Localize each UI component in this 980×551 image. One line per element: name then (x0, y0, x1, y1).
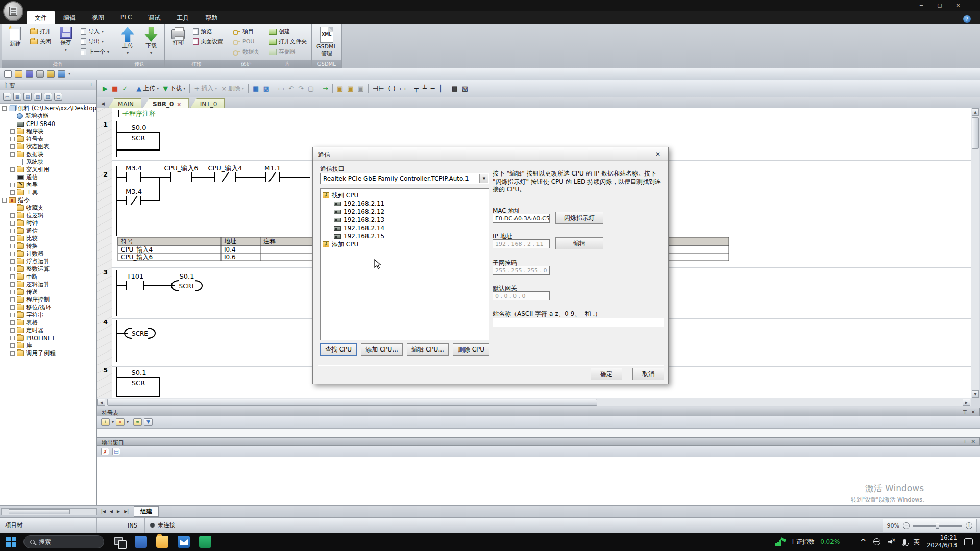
open-button[interactable]: 打开 (29, 27, 53, 36)
gsdml-manage-button[interactable]: XMLGSDML 管理 (314, 26, 339, 60)
tree-item[interactable]: 新增功能 (0, 112, 96, 120)
tree-item[interactable]: 交叉引用 (0, 166, 96, 173)
quickbar-more-button[interactable]: ▾ (68, 71, 70, 76)
new-button[interactable]: 新建 (4, 26, 27, 60)
compile-button[interactable]: ✓ (120, 83, 129, 94)
tree-item[interactable]: 时钟 (0, 219, 96, 227)
previous-button[interactable]: 上一个▾ (79, 47, 111, 56)
menu-item[interactable]: 工具 (168, 11, 197, 24)
tree-item[interactable]: 转换 (0, 242, 96, 250)
tree-expander[interactable] (10, 144, 15, 149)
build-tab[interactable]: 组建 (134, 506, 159, 517)
cpu-list-item[interactable]: 192.168.2.14 (323, 224, 487, 232)
prev-tab-button[interactable]: ◀ (108, 508, 115, 515)
tree-item[interactable]: 定时器 (0, 327, 96, 334)
editor-tab[interactable]: SBR_0× (143, 98, 189, 108)
upload-button-ribbon[interactable]: 上传▾ (116, 26, 139, 60)
pin-icon[interactable]: ⊤ (963, 409, 967, 415)
zoom-out-icon[interactable]: − (903, 522, 910, 529)
tray-expand-icon[interactable]: ^ (860, 538, 866, 546)
toolbar-button[interactable] (447, 84, 447, 93)
tree-expander[interactable] (10, 213, 15, 218)
tree-expander[interactable] (10, 351, 15, 356)
tree-expander[interactable] (10, 252, 15, 256)
tree-item[interactable]: 通信 (0, 227, 96, 235)
delete-cpu-button[interactable]: 删除 CPU (453, 343, 489, 356)
toolbar-symbol-table-button[interactable]: ▦ (13, 93, 21, 101)
tree-expander[interactable] (2, 198, 7, 203)
insert-contact-button[interactable]: ⊣⊢ (371, 83, 386, 94)
tree-item[interactable]: 程序块 (0, 128, 96, 135)
tree-expander[interactable] (10, 236, 15, 241)
toolbar-communications-button[interactable]: ▢ (54, 93, 62, 101)
pin-icon[interactable]: ⊤ (963, 439, 967, 444)
next-tab-button[interactable]: ▶ (115, 508, 122, 515)
menu-item[interactable]: 调试 (140, 11, 168, 24)
import-button[interactable]: 导入▾ (79, 27, 111, 36)
insert-symbol-row-button[interactable]: ≈ (133, 418, 142, 426)
editor-tab[interactable]: MAIN (108, 98, 141, 108)
library-create-button[interactable]: 创建 (267, 27, 308, 36)
scroll-down-icon[interactable]: ▼ (972, 390, 979, 398)
tree-item[interactable]: 移位/循环 (0, 304, 96, 311)
new-symbol-table-button[interactable]: + (101, 418, 110, 426)
protect-project-button[interactable]: 项目 (231, 27, 261, 36)
page-setup-button[interactable]: 页面设置 (191, 37, 225, 46)
help-icon[interactable]: ? (963, 15, 971, 23)
mail-app-icon[interactable] (178, 536, 190, 548)
scroll-left-icon[interactable]: ◀ (97, 399, 105, 406)
notification-center-icon[interactable] (964, 538, 973, 545)
app-logo-icon[interactable] (3, 1, 23, 21)
toolbar-button[interactable] (248, 84, 249, 93)
toolbar-button[interactable] (318, 84, 318, 93)
tree-item[interactable]: 数据块 (0, 151, 96, 158)
chart-status-button[interactable]: ▩ (261, 83, 271, 94)
delete-button[interactable]: ×删除▾ (219, 83, 246, 94)
program-status-button[interactable]: ▦ (251, 83, 260, 94)
microphone-icon[interactable] (903, 539, 906, 545)
toolbar-button[interactable] (410, 84, 410, 93)
last-tab-button[interactable]: ▶| (122, 508, 131, 515)
export-button[interactable]: 导出▾ (79, 37, 111, 46)
tree-item[interactable]: PROFINET (0, 334, 96, 342)
lock-all-button[interactable]: ▣ (346, 83, 355, 94)
toolbar-button[interactable] (332, 84, 333, 93)
menu-item[interactable]: PLC (112, 11, 140, 24)
library-open-folder-button[interactable]: 打开文件夹 (267, 37, 308, 46)
tree-item[interactable]: 位逻辑 (0, 212, 96, 219)
toolbar-system-block-button[interactable]: ▨ (44, 93, 52, 101)
taskbar-app-icon-1[interactable] (135, 536, 147, 548)
scroll-right-icon[interactable]: ▶ (963, 399, 970, 406)
taskbar-clock[interactable]: 16:21 2024/6/13 (927, 534, 957, 549)
tree-item[interactable]: 系统块 (0, 158, 96, 166)
quick-cut-button[interactable] (47, 70, 55, 78)
dialog-close-icon[interactable]: ✕ (651, 149, 665, 159)
tree-expander[interactable] (10, 313, 15, 317)
network-icon[interactable] (873, 538, 880, 545)
toolbar-button[interactable] (368, 84, 369, 93)
quick-print-button[interactable] (36, 70, 44, 78)
found-cpu-node[interactable]: 找到 CPU (323, 191, 487, 199)
close-file-button[interactable]: 关闭 (29, 37, 53, 46)
scrollbar-thumb[interactable] (972, 117, 979, 149)
interface-combobox[interactable]: Realtek PCIe GbE Family Controller.TCPIP… (320, 173, 489, 184)
print-button[interactable]: 打印 (167, 26, 189, 60)
tree-item[interactable]: 字符串 (0, 311, 96, 319)
tree-expander[interactable] (10, 183, 15, 187)
cpu-listbox[interactable]: 找到 CPU 192.168.2.11 192.168.2.12 192.168… (320, 188, 489, 340)
flash-led-button[interactable]: 闪烁指示灯 (555, 212, 603, 224)
tree-item[interactable]: 工具 (0, 189, 96, 196)
quick-save-button[interactable] (26, 70, 33, 78)
tree-expander[interactable] (10, 290, 15, 294)
insert-branch-up-button[interactable]: ┴ (421, 83, 428, 94)
menu-item[interactable]: 帮助 (197, 11, 226, 24)
tree-expander[interactable] (10, 267, 15, 271)
maximize-button[interactable]: ▢ (932, 2, 947, 9)
tree-item[interactable]: 收藏夹 (0, 204, 96, 212)
cancel-button[interactable]: 取消 (632, 368, 664, 380)
insert-branch-down-button[interactable]: ┬ (413, 83, 420, 94)
panel-close-icon[interactable]: ✕ (971, 409, 975, 415)
pin-icon[interactable]: ⊤ (89, 82, 93, 88)
station-name-field[interactable] (493, 318, 664, 327)
toolbar-button[interactable] (274, 84, 274, 93)
